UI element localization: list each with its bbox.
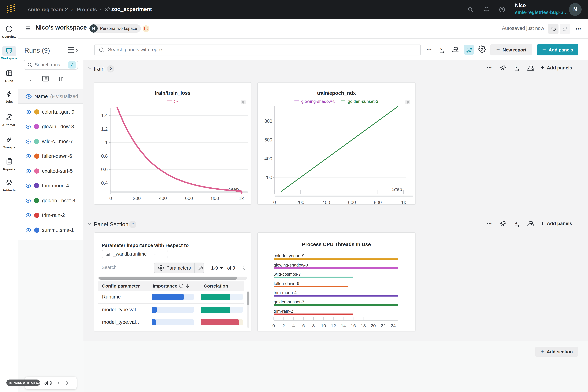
svg-text:1: 1	[105, 140, 108, 145]
svg-text:wild-cosmos-7: wild-cosmos-7	[273, 272, 301, 276]
svg-text:400: 400	[264, 156, 272, 161]
svg-text:1.4: 1.4	[101, 113, 108, 118]
svg-text:trim-moon-4: trim-moon-4	[274, 290, 297, 295]
svg-text:600: 600	[348, 200, 356, 205]
svg-text:6: 6	[302, 323, 305, 328]
svg-text:800: 800	[211, 196, 219, 201]
svg-text:0.8: 0.8	[101, 153, 108, 158]
svg-text:colorful-yogurt-9: colorful-yogurt-9	[274, 253, 304, 258]
svg-text:1.2: 1.2	[101, 126, 108, 132]
svg-text:800: 800	[374, 200, 382, 205]
svg-text:10: 10	[321, 323, 326, 328]
svg-text:600: 600	[264, 137, 272, 142]
svg-text:16: 16	[351, 323, 356, 328]
svg-text:12: 12	[331, 323, 336, 328]
svg-text:800: 800	[264, 118, 272, 124]
svg-text:400: 400	[322, 200, 330, 205]
svg-text:0: 0	[109, 196, 112, 201]
svg-text:trim-rain-2: trim-rain-2	[274, 309, 293, 314]
svg-text:200: 200	[264, 175, 272, 180]
svg-text:1k: 1k	[401, 200, 406, 205]
svg-text:x: x	[515, 64, 518, 70]
svg-text:golden-sunset-3: golden-sunset-3	[274, 300, 304, 304]
svg-text:8: 8	[312, 323, 315, 328]
svg-text:0: 0	[273, 200, 276, 205]
svg-text:14: 14	[341, 323, 346, 328]
svg-text:Step: Step	[392, 186, 402, 192]
svg-text:fallen-dawn-6: fallen-dawn-6	[274, 281, 299, 286]
svg-text:4: 4	[292, 323, 295, 328]
svg-text:24: 24	[391, 323, 395, 328]
svg-text:0.6: 0.6	[101, 166, 108, 172]
svg-text:2: 2	[282, 323, 285, 328]
svg-text:18: 18	[361, 323, 366, 328]
svg-text:x: x	[515, 220, 518, 225]
svg-text:glowing-shadow-8: glowing-shadow-8	[274, 262, 308, 267]
svg-text:20: 20	[371, 323, 376, 328]
svg-text:x: x	[440, 46, 442, 52]
svg-text:22: 22	[381, 323, 386, 328]
svg-text:600: 600	[185, 196, 193, 201]
svg-text:200: 200	[296, 200, 304, 205]
svg-text:0: 0	[272, 323, 275, 328]
svg-text:1k: 1k	[239, 196, 244, 201]
svg-text:400: 400	[159, 196, 167, 201]
svg-text:200: 200	[133, 196, 141, 201]
svg-text:0.4: 0.4	[101, 180, 108, 186]
